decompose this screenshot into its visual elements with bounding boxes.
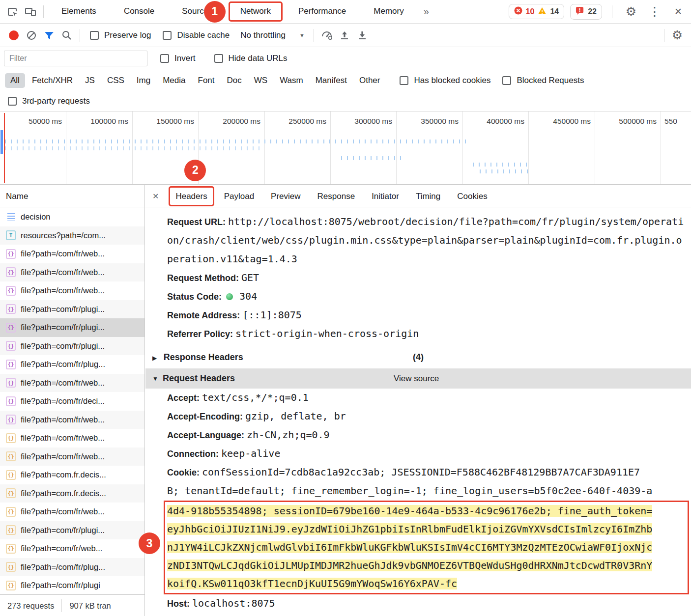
close-devtools-icon[interactable]: ✕ — [669, 3, 687, 21]
record-button[interactable] — [5, 27, 23, 44]
request-row[interactable]: {}file?path=/com/fr/web... — [0, 503, 144, 521]
preserve-log-checkbox[interactable]: Preserve log — [90, 30, 151, 40]
filter-chip-doc[interactable]: Doc — [222, 73, 247, 88]
request-row[interactable]: {}file?path=/com/fr/web... — [0, 374, 144, 392]
request-row[interactable]: {}file?path=/com/fr/web... — [0, 448, 144, 466]
annotation-box-3: 4d4-918b55354898; sessionID=679be160-14e… — [164, 501, 689, 594]
tab-console[interactable]: Console — [117, 0, 161, 24]
tab-timing[interactable]: Timing — [416, 185, 440, 207]
close-details-icon[interactable]: ✕ — [152, 192, 159, 201]
filter-chip-wasm[interactable]: Wasm — [274, 73, 309, 88]
request-url-value: http://localhost:8075/webroot/decision/f… — [167, 216, 684, 265]
network-settings-gear-icon[interactable]: ⚙ — [668, 27, 686, 44]
accept-encoding-row: Accept-Encoding: gzip, deflate, br — [145, 407, 691, 426]
tab-preview[interactable]: Preview — [271, 185, 300, 207]
console-counts-badge[interactable]: 10 14 — [509, 4, 565, 19]
checkbox-icon — [163, 31, 172, 40]
more-tabs-chevron[interactable]: » — [421, 0, 432, 24]
filter-toggle-icon[interactable] — [40, 27, 58, 44]
document-icon — [7, 213, 15, 221]
search-icon[interactable] — [58, 27, 76, 44]
filter-chip-manifest[interactable]: Manifest — [310, 73, 352, 88]
request-row[interactable]: {}file?path=/com/fr/plug... — [0, 355, 144, 374]
more-options-kebab-icon[interactable]: ⋮ — [646, 3, 663, 21]
tab-elements[interactable]: Elements — [55, 0, 103, 24]
stylesheet-icon: {} — [6, 341, 16, 351]
tab-cookies[interactable]: Cookies — [457, 185, 487, 207]
import-har-icon[interactable] — [336, 27, 353, 44]
request-row[interactable]: {}file?path=/com/fr/web... — [0, 281, 144, 300]
tab-response[interactable]: Response — [317, 185, 355, 207]
devtools-tab-bar: Elements Console Sources Network 1 Perfo… — [0, 0, 691, 24]
tab-network[interactable]: Network 1 — [233, 0, 278, 24]
request-row[interactable]: {}file?path=/com/fr/web... — [0, 245, 144, 263]
request-row[interactable]: {}file?path=/com/fr/web... — [0, 411, 144, 429]
response-headers-section[interactable]: ▶ Response Headers (4) — [145, 347, 691, 368]
host-value: localhost:8075 — [192, 597, 275, 609]
disable-cache-checkbox[interactable]: Disable cache — [163, 30, 230, 40]
filter-chip-img[interactable]: Img — [131, 73, 156, 88]
filter-chip-media[interactable]: Media — [157, 73, 191, 88]
tab-headers[interactable]: Headers 2 — [175, 185, 207, 207]
network-conditions-icon[interactable] — [318, 27, 336, 44]
stylesheet-icon: {} — [6, 267, 16, 277]
host-row: Host: localhost:8075 — [145, 594, 691, 613]
tab-payload[interactable]: Payload — [224, 185, 254, 207]
timeline-gridline — [462, 112, 463, 184]
annotation-step-2: 2 — [184, 160, 206, 181]
request-row[interactable]: {}file?path=com.fr.decis... — [0, 484, 144, 503]
request-row-selected[interactable]: {}file?path=com/fr/plugi... — [0, 318, 144, 337]
request-name: file?path=/com/fr/web... — [21, 268, 105, 277]
request-row[interactable]: decision — [0, 208, 144, 226]
accept-value: text/css,*/*;q=0.1 — [202, 392, 309, 403]
filter-input[interactable] — [4, 51, 147, 66]
view-source-button[interactable]: View source — [394, 374, 439, 384]
request-row[interactable]: {}file?path=com/fr/plugi... — [0, 337, 144, 356]
filter-chip-js[interactable]: JS — [80, 73, 100, 88]
request-row[interactable]: {}file?path=/com/fr/deci... — [0, 392, 144, 411]
request-headers-section[interactable]: ▼ Request Headers View source — [145, 368, 691, 389]
issues-badge[interactable]: 22 — [570, 4, 602, 20]
collapsed-triangle-icon: ▶ — [152, 355, 157, 362]
script-icon: {} — [6, 507, 16, 517]
accept-row: Accept: text/css,*/*;q=0.1 — [145, 389, 691, 407]
inspect-element-icon[interactable] — [4, 3, 22, 21]
has-blocked-cookies-checkbox[interactable]: Has blocked cookies — [400, 76, 490, 85]
filter-chip-ws[interactable]: WS — [249, 73, 273, 88]
blocked-requests-checkbox[interactable]: Blocked Requests — [502, 76, 584, 85]
checkbox-icon — [400, 76, 408, 85]
column-header-name[interactable]: Name — [0, 185, 144, 207]
hide-data-urls-label: Hide data URLs — [229, 54, 288, 63]
tab-initiator[interactable]: Initiator — [372, 185, 399, 207]
filter-chip-fetch-xhr[interactable]: Fetch/XHR — [27, 73, 78, 88]
request-row[interactable]: {}file?path=com/fr/web... — [0, 539, 144, 558]
invert-checkbox[interactable]: Invert — [160, 54, 196, 63]
request-row[interactable]: Tresources?path=/com... — [0, 226, 144, 245]
filter-chip-css[interactable]: CSS — [102, 73, 130, 88]
hide-data-urls-checkbox[interactable]: Hide data URLs — [214, 54, 288, 63]
timeline-overview[interactable]: 50000 ms 100000 ms 150000 ms 200000 ms 2… — [0, 112, 691, 185]
request-row[interactable]: {}file?path=/com/fr/web... — [0, 263, 144, 282]
activity-ticks — [5, 146, 260, 150]
tab-memory[interactable]: Memory — [367, 0, 410, 24]
export-har-icon[interactable] — [353, 27, 371, 44]
tab-performance[interactable]: Performance — [291, 0, 353, 24]
third-party-checkbox[interactable]: 3rd-party requests — [8, 96, 90, 106]
request-row[interactable]: {}file?path=/com/fr/web... — [0, 429, 144, 448]
referrer-policy-key: Referrer Policy: — [167, 329, 233, 339]
clear-button[interactable] — [23, 27, 40, 44]
request-row[interactable]: {}file?path=com.fr.decis... — [0, 466, 144, 484]
separator — [612, 5, 612, 18]
request-row[interactable]: {}file?path=com/fr/plugi... — [0, 300, 144, 319]
request-row[interactable]: {}file?path=/com/fr/plug... — [0, 558, 144, 577]
settings-gear-icon[interactable]: ⚙ — [622, 3, 640, 21]
filter-chip-other[interactable]: Other — [354, 73, 386, 88]
filter-chip-font[interactable]: Font — [193, 73, 220, 88]
filter-chip-all[interactable]: All — [5, 73, 25, 88]
script-icon: {} — [6, 544, 16, 554]
throttling-select[interactable]: No throttling ▼ — [240, 30, 305, 40]
request-row[interactable]: {}file?path=/com/fr/plugi — [0, 576, 144, 594]
device-toolbar-icon[interactable] — [22, 3, 39, 21]
remote-address-value: [::1]:8075 — [242, 309, 301, 321]
request-row[interactable]: {}file?path=com/fr/plugi... — [0, 521, 144, 540]
